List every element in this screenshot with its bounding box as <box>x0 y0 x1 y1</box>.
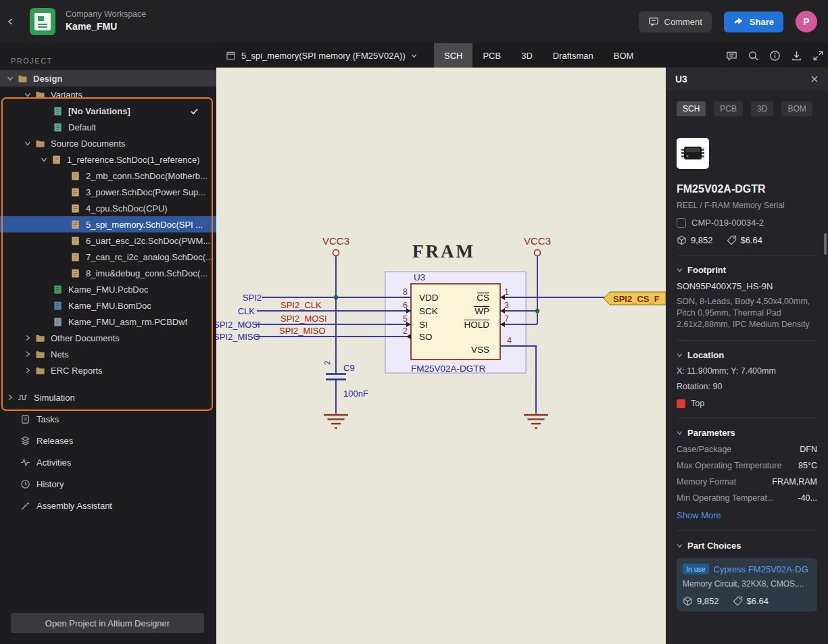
parameter-label: Case/Package <box>677 445 794 454</box>
chevron-down-icon[interactable] <box>41 156 47 163</box>
tree-item-4-cpu-schdoc[interactable]: 4_cpu.SchDoc(CPU) <box>0 200 216 216</box>
net-label-spi2-miso[interactable]: SPI2_MISO <box>279 326 326 336</box>
chevron-down-icon[interactable] <box>24 91 31 98</box>
capacitor-c9[interactable]: 2 C9 100nF <box>323 297 368 414</box>
ground-symbol-right[interactable] <box>524 415 548 428</box>
download-icon[interactable] <box>791 50 802 61</box>
parameters-section-header[interactable]: Parameters <box>677 428 817 438</box>
panel-tab-pcb[interactable]: PCB <box>714 101 743 116</box>
parameter-label: Max Operating Temperature <box>677 461 793 470</box>
sidebar-item-assembly-assistant[interactable]: Assembly Assistant <box>0 495 216 516</box>
tree-item-kame-fmu-asm-pcbdwf[interactable]: Kame_FMU_asm_rm.PCBDwf <box>0 314 216 330</box>
layer-color-swatch <box>677 399 685 408</box>
net-label-spi2-clk[interactable]: SPI2_CLK <box>281 300 322 310</box>
tree-item-label: ERC Reports <box>51 366 103 376</box>
stock-icon <box>677 235 687 245</box>
svg-text:2: 2 <box>323 361 331 365</box>
tab-draftsman[interactable]: Draftsman <box>543 43 604 68</box>
price-value: $6.64 <box>747 596 769 606</box>
fram-component-u3[interactable]: U3 FM25V02A-DGTR VDD SCK SI SO CS WP HOL… <box>403 272 512 374</box>
fullscreen-icon[interactable] <box>812 50 824 61</box>
sidebar-item-simulation[interactable]: Simulation <box>0 387 216 408</box>
tree-item-6-uart-esc-i2c-schdoc[interactable]: 6_uart_esc_i2c.SchDoc(PWM... <box>0 232 216 249</box>
chevron-right-icon[interactable] <box>24 351 31 357</box>
tree-item-2-mb-conn-schdoc[interactable]: 2_mb_conn.SchDoc(Motherb... <box>0 168 216 184</box>
user-avatar[interactable]: P <box>796 11 817 32</box>
sidebar-item-tasks[interactable]: Tasks <box>0 408 216 430</box>
tree-item-kame-fmu-pcbdoc[interactable]: Kame_FMU.PcbDoc <box>0 281 216 297</box>
comment-button[interactable]: Comment <box>639 11 712 32</box>
sidebar-item-label: Tasks <box>36 414 59 424</box>
folder-icon <box>35 366 45 376</box>
comments-icon[interactable] <box>726 50 737 61</box>
chevron-down-icon[interactable] <box>24 140 31 147</box>
tree-item-7-can-rc-i2c-analog-schdoc[interactable]: 7_can_rc_i2c_analog.SchDoc(... <box>0 249 216 265</box>
power-port-vcc3-left[interactable]: VCC3 <box>322 235 349 297</box>
tree-item-label: Default <box>68 122 96 132</box>
tree-item-no-variations[interactable]: [No Variations] <box>0 103 216 119</box>
sidebar-item-activities[interactable]: Activities <box>0 451 216 473</box>
tree-item-variants[interactable]: Variants <box>0 86 216 103</box>
svg-text:U3: U3 <box>414 272 425 282</box>
share-button[interactable]: Share <box>724 11 783 32</box>
panel-tab-sch[interactable]: SCH <box>677 101 706 116</box>
tree-item-8-imu-debug-conn-schdoc[interactable]: 8_imu&debug_conn.SchDoc(... <box>0 265 216 281</box>
svg-text:WP: WP <box>474 306 489 316</box>
ground-symbol-left[interactable] <box>324 415 348 428</box>
tree-item-5-spi-memory-schdoc[interactable]: 5_spi_memory.SchDoc(SPI ... <box>0 216 216 232</box>
schdoc-icon <box>70 203 80 214</box>
activities-icon <box>20 457 30 468</box>
component-checkbox[interactable] <box>677 218 686 228</box>
part-choices-section-header[interactable]: Part Choices <box>677 541 817 551</box>
panel-tab-bom[interactable]: BOM <box>781 101 812 116</box>
tab-bom[interactable]: BOM <box>604 43 644 68</box>
sidebar-item-history[interactable]: History <box>0 473 216 495</box>
panel-scrollbar[interactable] <box>824 233 827 255</box>
search-icon[interactable] <box>748 50 759 61</box>
open-in-altium-button[interactable]: Open Project in Altium Designer <box>11 613 204 633</box>
tree-item-default-variant[interactable]: Default <box>0 119 216 135</box>
net-label-spi2-mosi[interactable]: SPI2_MOSI <box>281 314 327 324</box>
chevron-right-icon[interactable] <box>24 335 31 341</box>
tab-3d[interactable]: 3D <box>511 43 543 68</box>
port-spi2-miso[interactable]: SPI2_MISO <box>216 332 260 342</box>
show-more-link[interactable]: Show More <box>677 510 721 520</box>
schematic-canvas[interactable]: FRAM VCC3 VCC3 <box>216 68 666 644</box>
parameter-row: Max Operating Temperature 85°C <box>677 461 817 470</box>
location-section-header[interactable]: Location <box>677 350 817 360</box>
tree-item-design[interactable]: Design <box>0 70 216 86</box>
part-choice-description: Memory Circuit, 32KX8, CMOS,... <box>683 579 811 589</box>
port-clk[interactable]: CLK <box>238 306 255 316</box>
tab-pcb[interactable]: PCB <box>472 43 511 68</box>
panel-tab-3d[interactable]: 3D <box>751 101 773 116</box>
chevron-right-icon[interactable] <box>24 367 31 374</box>
chevron-down-icon[interactable] <box>7 75 14 82</box>
tree-item-label: Kame_FMU_asm_rm.PCBDwf <box>68 317 187 327</box>
harness-label-spi2[interactable]: SPI2 <box>243 293 262 303</box>
workspace-name: Company Workspace <box>66 9 146 19</box>
svg-text:8: 8 <box>403 287 408 297</box>
document-selector[interactable]: 5_spi_memory(SPI memory (FM25V02A)) <box>226 43 417 68</box>
tree-item-nets[interactable]: Nets <box>0 346 216 362</box>
net-label-spi2-cs[interactable]: SPI2_CS_F <box>604 292 666 305</box>
tree-item-erc-reports[interactable]: ERC Reports <box>0 362 216 378</box>
port-spi2-mosi[interactable]: SPI2_MOSI <box>216 320 260 330</box>
footprint-section-header[interactable]: Footprint <box>677 265 817 275</box>
chevron-right-icon[interactable] <box>7 394 14 401</box>
tab-sch[interactable]: SCH <box>434 43 472 68</box>
tree-item-1-reference-schdoc[interactable]: 1_reference.SchDoc(1_reference) <box>0 151 216 168</box>
sidebar-item-releases[interactable]: Releases <box>0 430 216 451</box>
svg-text:VCC3: VCC3 <box>524 235 551 247</box>
tree-item-label: 8_imu&debug_conn.SchDoc(... <box>86 268 208 278</box>
part-choice-name[interactable]: Cypress FM25V02A-DG <box>714 564 808 574</box>
tree-item-other-documents[interactable]: Other Documents <box>0 330 216 346</box>
tree-item-3-power-schdoc[interactable]: 3_power.SchDoc(Power Sup... <box>0 184 216 200</box>
close-icon[interactable] <box>810 75 819 83</box>
tree-item-source-documents[interactable]: Source Documents <box>0 135 216 151</box>
tree-item-label: Other Documents <box>51 333 120 343</box>
part-choice-card[interactable]: In use Cypress FM25V02A-DG Memory Circui… <box>677 558 817 612</box>
tree-item-kame-fmu-bomdoc[interactable]: Kame_FMU.BomDoc <box>0 297 216 314</box>
back-button[interactable] <box>7 14 16 30</box>
wand-icon <box>20 501 30 511</box>
info-icon[interactable] <box>769 50 781 61</box>
